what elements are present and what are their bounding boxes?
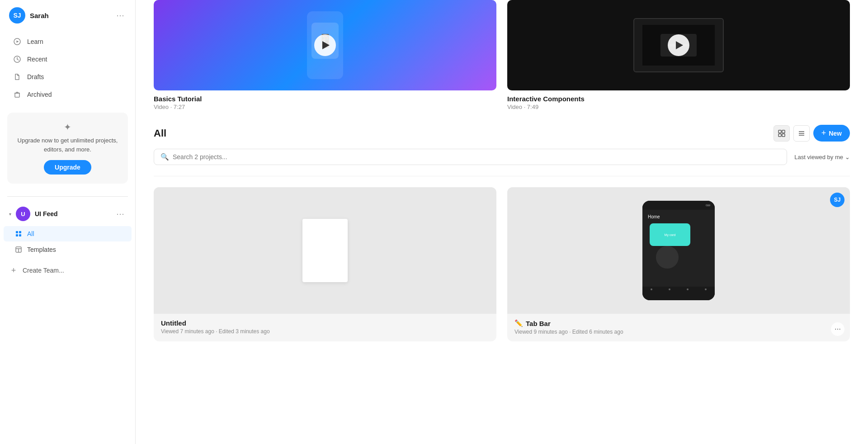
svg-rect-19 [778,134,781,137]
phone-topbar [642,201,715,210]
sidebar-item-learn[interactable]: Learn [4,33,132,50]
templates-icon [14,246,23,254]
video-basics-meta: Video · 7:27 [154,104,496,110]
video-interactive-title: Interactive Components [507,95,850,103]
tabbar-icon-2 [669,288,670,290]
svg-rect-10 [16,231,18,233]
project-name-icon: ✏️ [514,319,523,327]
user-more-button[interactable]: ⋯ [114,9,126,22]
svg-rect-18 [782,130,785,133]
video-row: 📱 Basics Tutorial Video · 7:27 [154,0,850,110]
upgrade-card-text: Upgrade now to get unlimited projects, e… [14,136,121,154]
trash-icon [13,90,22,99]
upgrade-card: ✦ Upgrade now to get unlimited projects,… [7,113,128,184]
phone-card-block: My card [650,223,690,246]
sparkle-icon: ✦ [64,122,71,132]
file-icon [13,72,22,81]
sidebar-item-drafts[interactable]: Drafts [4,68,132,85]
filter-dropdown[interactable]: Last viewed by me ⌄ [794,154,850,161]
create-team-button[interactable]: + Create Team... [0,261,135,279]
phone-tabbar [642,287,715,300]
search-wrap: 🔍 [154,149,787,165]
main-content: 📱 Basics Tutorial Video · 7:27 [136,0,868,444]
project-card-tabbar[interactable]: Home My card [507,187,850,341]
all-section-title: All [154,128,166,139]
team-nav-all-label: All [27,230,34,237]
tabbar-icon-4 [705,288,707,290]
sidebar-item-drafts-label: Drafts [27,73,44,80]
team-more-button[interactable]: ⋯ [114,207,126,221]
all-section-header: All + New [154,125,850,142]
svg-rect-20 [782,134,785,137]
grid-view-button[interactable] [774,125,790,142]
play-button-basics[interactable] [314,34,336,56]
sidebar-item-archived[interactable]: Archived [4,86,132,103]
phone-content: Home My card [642,210,715,287]
sidebar-item-recent[interactable]: Recent [4,51,132,68]
video-card-basics[interactable]: 📱 Basics Tutorial Video · 7:27 [154,0,496,110]
sidebar-item-recent-label: Recent [27,56,47,63]
plus-icon: + [9,266,18,275]
phone-home-label: Home [648,214,660,219]
chevron-down-icon: ⌄ [845,154,850,161]
untitled-preview [302,219,348,282]
tabbar-phone-mockup: Home My card [642,201,715,300]
video-thumb-interactive [507,0,850,90]
list-view-button[interactable] [793,125,810,142]
card-owner-avatar: SJ [830,193,844,207]
team-name-label: UI Feed [35,210,58,217]
svg-rect-5 [15,93,19,97]
username-label: Sarah [30,12,114,19]
project-info-tabbar: ✏️ Tab Bar Viewed 9 minutes ago · Edited… [507,314,850,341]
sidebar-item-learn-label: Learn [27,38,43,45]
svg-line-4 [17,59,19,60]
user-avatar: SJ [9,7,25,24]
upgrade-button[interactable]: Upgrade [44,160,91,175]
phone-cursor [656,246,679,269]
project-thumb-tabbar: Home My card [507,187,850,314]
video-card-interactive[interactable]: Interactive Components Video · 7:49 [507,0,850,110]
header-controls: + New [774,125,850,142]
sidebar-navigation: Learn Recent Drafts [0,31,135,105]
phone-card-text: My card [665,233,676,236]
search-icon: 🔍 [160,153,169,161]
project-info-untitled: Untitled Viewed 7 minutes ago · Edited 3… [154,314,496,341]
video-interactive-meta: Video · 7:49 [507,104,850,110]
sidebar-item-archived-label: Archived [27,91,52,98]
project-card-untitled[interactable]: Untitled Viewed 7 minutes ago · Edited 3… [154,187,496,341]
new-plus-icon: + [821,128,826,138]
sidebar-header: SJ Sarah ⋯ [0,0,135,31]
card-more-button-tabbar[interactable]: ⋯ [831,322,844,336]
svg-marker-1 [17,41,19,43]
team-header[interactable]: ▾ U UI Feed ⋯ [4,202,132,226]
list-view-icon [798,130,805,137]
new-button-label: New [829,130,842,137]
tabbar-icon-1 [651,288,652,290]
svg-rect-12 [16,234,18,236]
new-project-button[interactable]: + New [813,125,850,142]
sidebar: SJ Sarah ⋯ Learn Recent [0,0,136,444]
play-button-interactive[interactable] [668,34,689,56]
circle-play-icon [13,37,22,46]
svg-rect-17 [778,130,781,133]
filter-label-text: Last viewed by me [794,154,843,161]
section-divider [154,176,850,176]
search-input[interactable] [173,153,780,161]
project-name-tabbar: ✏️ Tab Bar [514,319,843,327]
grid-icon [14,230,23,238]
team-nav-item-templates[interactable]: Templates [4,242,132,257]
search-filter-row: 🔍 Last viewed by me ⌄ [154,149,850,165]
project-name-untitled: Untitled [161,319,489,327]
video-basics-title: Basics Tutorial [154,95,496,103]
sidebar-divider [7,196,128,197]
team-nav-item-all[interactable]: All [4,226,132,241]
team-header-left: ▾ U UI Feed [9,207,58,221]
team-section: ▾ U UI Feed ⋯ All [0,202,135,258]
team-nav-templates-label: Templates [27,246,56,253]
project-meta-untitled: Viewed 7 minutes ago · Edited 3 minutes … [161,328,489,335]
clock-icon [13,55,22,64]
project-meta-tabbar: Viewed 9 minutes ago · Edited 6 minutes … [514,329,843,335]
svg-rect-11 [19,231,21,233]
project-grid: Untitled Viewed 7 minutes ago · Edited 3… [154,187,850,341]
team-avatar: U [16,207,30,221]
